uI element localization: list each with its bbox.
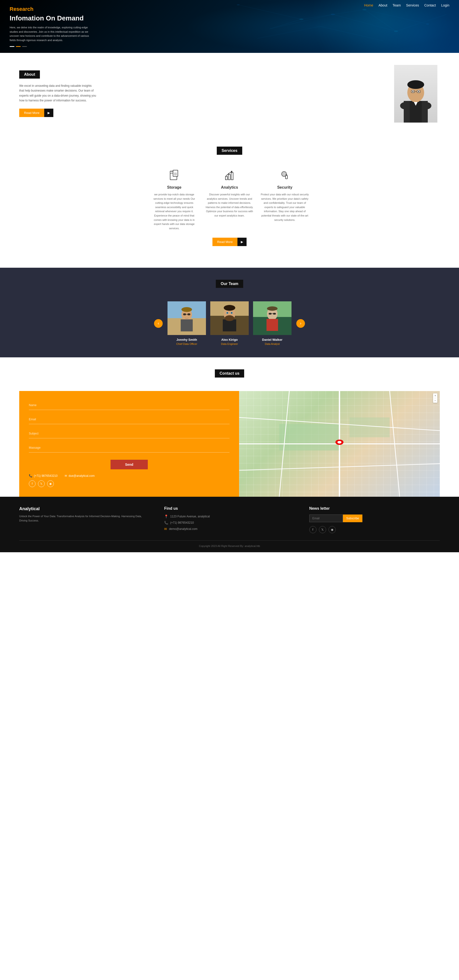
footer-brand-col: Analytical Unlock the Power of Your Data… <box>19 506 150 533</box>
svg-point-44 <box>283 173 285 175</box>
svg-point-68 <box>224 305 235 311</box>
team-member-1-image <box>167 301 206 335</box>
contact-message-input[interactable] <box>29 443 230 452</box>
svg-point-25 <box>418 91 419 92</box>
team-carousel: ‹ <box>0 301 459 345</box>
svg-point-10 <box>299 19 303 20</box>
services-grid: Storage we provide top-notch data storag… <box>19 169 440 231</box>
svg-point-21 <box>407 80 424 89</box>
about-label: About <box>19 70 40 79</box>
newsletter-email-input[interactable] <box>309 514 343 522</box>
svg-line-7 <box>320 26 383 41</box>
footer-find-us-heading: Find us <box>164 506 295 511</box>
map-zoom-controls[interactable]: + − <box>433 393 437 403</box>
footer-instagram-button[interactable]: ◉ <box>329 526 336 533</box>
map-zoom-out[interactable]: − <box>435 399 436 402</box>
newsletter-subscribe-button[interactable]: Subscribe <box>343 514 362 522</box>
contact-subject-input[interactable] <box>29 429 230 438</box>
contact-email-input[interactable] <box>29 415 230 424</box>
footer-facebook-button[interactable]: f <box>309 526 316 533</box>
about-arrow-button[interactable]: ▶ <box>44 109 53 117</box>
nav-login[interactable]: Login <box>441 3 449 7</box>
svg-line-8 <box>270 19 301 29</box>
team-member-3-name: Daniel Walker <box>253 338 292 342</box>
phone-icon: 📞 <box>29 474 32 477</box>
dot-2[interactable] <box>16 46 21 47</box>
analytics-name: Analytics <box>205 185 254 189</box>
analytics-icon <box>224 169 235 183</box>
team-member-2: Alex Kirigo Data Engineer <box>210 301 249 345</box>
footer-twitter-button[interactable]: 𝕏 <box>319 526 326 533</box>
team-member-3-role: Data Analyst <box>253 342 292 345</box>
services-arrow-button[interactable]: ▶ <box>237 238 246 246</box>
team-member-1: Jonnhy Smith Chief Data Officer <box>167 301 206 345</box>
svg-line-4 <box>333 14 396 31</box>
footer-social: f 𝕏 ◉ <box>309 526 440 533</box>
svg-point-57 <box>181 307 192 312</box>
svg-rect-74 <box>269 313 272 315</box>
carousel-next-button[interactable]: › <box>296 319 305 328</box>
map-area: + − <box>239 391 440 497</box>
email-icon-footer: ✉ <box>164 527 167 531</box>
footer-address-text: 1123 Future Avenue, analytical <box>170 515 210 518</box>
svg-line-2 <box>364 10 427 24</box>
team-member-3-image <box>253 301 292 335</box>
nav-about[interactable]: About <box>378 3 388 7</box>
footer-newsletter-col: News letter Subscribe f 𝕏 ◉ <box>309 506 440 533</box>
storage-desc: we provide top-notch data storage servic… <box>150 192 198 231</box>
about-read-more-button[interactable]: Read More <box>19 109 44 117</box>
contact-phone-text: (+71) 9876543210 <box>34 474 57 477</box>
nav-services[interactable]: Services <box>406 3 419 7</box>
contact-title-wrap: Contact us <box>19 369 440 382</box>
nav-contact[interactable]: Contact <box>424 3 436 7</box>
team-cards: Jonnhy Smith Chief Data Officer <box>167 301 292 345</box>
contact-email-info: ✉ due@analytical.com <box>65 474 94 477</box>
svg-point-87 <box>337 441 341 444</box>
team-member-1-name: Jonnhy Smith <box>167 338 206 342</box>
nav-team[interactable]: Team <box>393 3 401 7</box>
services-btn-wrap: Read More ▶ <box>19 238 440 246</box>
svg-point-63 <box>225 315 234 321</box>
footer-address: 📍 1123 Future Avenue, analytical <box>164 514 295 519</box>
contact-social-row: f 𝕏 ◉ <box>29 480 230 487</box>
team-label: Our Team <box>216 280 243 288</box>
footer-brand-name: Analytical <box>19 506 150 511</box>
contact-facebook-button[interactable]: f <box>29 480 36 487</box>
carousel-prev-button[interactable]: ‹ <box>154 319 163 328</box>
team-member-1-role: Chief Data Officer <box>167 342 206 345</box>
dot-3[interactable] <box>22 46 27 47</box>
nav-home[interactable]: Home <box>364 3 373 7</box>
svg-rect-39 <box>228 175 230 180</box>
hero-dots <box>10 46 91 47</box>
service-security: Security Protect your data with our robu… <box>261 169 309 231</box>
contact-email-text: due@analytical.com <box>68 474 94 477</box>
service-storage: Storage we provide top-notch data storag… <box>150 169 198 231</box>
about-person-image <box>394 65 437 123</box>
storage-name: Storage <box>150 185 198 189</box>
services-read-more-button[interactable]: Read More <box>213 238 237 246</box>
svg-rect-79 <box>349 417 389 438</box>
svg-rect-73 <box>267 319 278 331</box>
security-name: Security <box>261 185 309 189</box>
phone-icon-footer: 📞 <box>164 521 168 525</box>
contact-twitter-button[interactable]: 𝕏 <box>38 480 45 487</box>
svg-point-41 <box>231 171 232 172</box>
contact-form-area: Send 📞 (+71) 9876543210 ✉ due@analytical… <box>19 391 239 497</box>
dot-1[interactable] <box>10 46 14 47</box>
svg-rect-78 <box>279 424 340 450</box>
services-section: Services Storage we provide top-notch da… <box>0 135 459 268</box>
svg-point-12 <box>394 30 398 32</box>
contact-instagram-button[interactable]: ◉ <box>47 480 54 487</box>
about-image <box>392 65 440 123</box>
svg-rect-55 <box>187 313 190 315</box>
svg-rect-38 <box>226 177 227 180</box>
map-zoom-in[interactable]: + <box>435 395 436 398</box>
contact-name-input[interactable] <box>29 401 230 410</box>
contact-send-button[interactable]: Send <box>111 460 148 469</box>
footer-bottom: Copyright 2023 All Right Reserved By: an… <box>19 541 440 547</box>
svg-point-67 <box>231 312 232 313</box>
footer-find-us-col: Find us 📍 1123 Future Avenue, analytical… <box>164 506 295 533</box>
about-content: About We excel in unraveling data and fi… <box>19 70 382 117</box>
footer-grid: Analytical Unlock the Power of Your Data… <box>19 506 440 533</box>
footer-copyright: Copyright 2023 All Right Reserved By: an… <box>199 544 260 547</box>
